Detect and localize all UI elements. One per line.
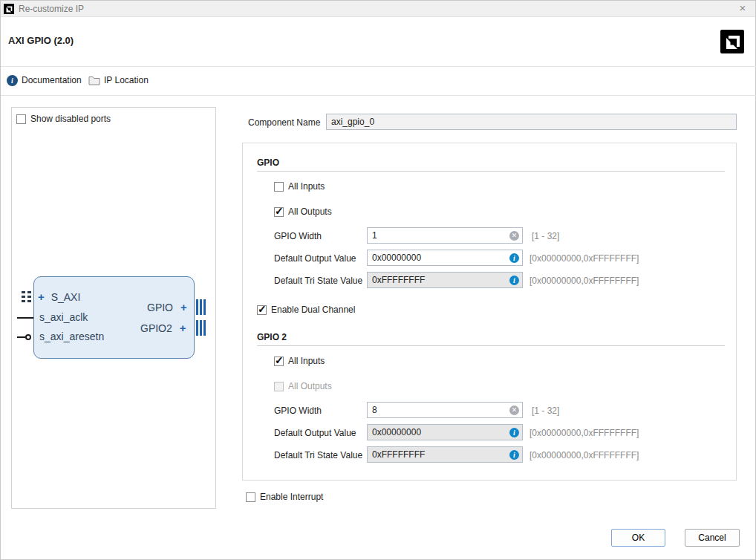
info-icon[interactable]: i (509, 276, 519, 285)
brand-logo (720, 30, 744, 56)
app-logo-icon (4, 4, 14, 14)
gpio2-default-output-label: Default Output Value (274, 428, 356, 438)
gpio2-default-tri-input[interactable] (368, 449, 509, 460)
gpio-width-field[interactable]: ✕ (367, 227, 523, 244)
ok-button[interactable]: OK (611, 529, 665, 547)
gpio-section-title: GPIO (257, 157, 279, 168)
checkbox-box[interactable] (16, 114, 26, 124)
checkbox-box (274, 382, 284, 391)
checkbox-label: Enable Dual Channel (271, 305, 355, 315)
clear-icon[interactable]: ✕ (509, 406, 519, 415)
expand-plus-icon[interactable]: + (180, 301, 187, 313)
gpio2-width-range: [1 - 32] (532, 406, 559, 416)
port-s-axi-aresetn: s_axi_aresetn (39, 331, 104, 342)
checkbox-label: Enable Interrupt (260, 492, 323, 502)
checkbox-label: All Outputs (288, 381, 332, 391)
gpio2-section-divider (257, 345, 725, 346)
gpio-width-input[interactable] (368, 230, 509, 241)
port-gpio[interactable]: GPIO + (147, 301, 187, 313)
port-gpio2[interactable]: GPIO2 + (140, 322, 186, 334)
header-divider (1, 66, 756, 67)
gpio-all-inputs-checkbox[interactable]: All Inputs (274, 181, 325, 192)
gpio2-default-tri-range: [0x00000000,0xFFFFFFFF] (529, 450, 639, 460)
checkbox-label: Show disabled ports (30, 114, 111, 124)
gpio2-default-output-range: [0x00000000,0xFFFFFFFF] (529, 428, 639, 438)
gpio2-default-output-input[interactable] (368, 427, 509, 437)
gpio2-width-field[interactable]: ✕ (367, 402, 523, 418)
documentation-button[interactable]: i Documentation (7, 73, 82, 88)
gpio-interface-pins-icon (196, 299, 206, 315)
component-name-field[interactable] (326, 114, 737, 130)
recustomize-ip-dialog: Re-customize IP × AXI GPIO (2.0) i Docum… (0, 0, 756, 560)
expand-plus-icon[interactable]: + (38, 290, 45, 303)
enable-dual-channel-checkbox[interactable]: Enable Dual Channel (257, 305, 355, 315)
gpio-width-range: [1 - 32] (532, 231, 559, 241)
info-icon[interactable]: i (509, 450, 519, 460)
documentation-label: Documentation (22, 75, 82, 85)
ip-location-label: IP Location (104, 75, 149, 85)
gpio2-default-tri-label: Default Tri State Value (274, 450, 362, 460)
port-s-axi[interactable]: + S_AXI (38, 290, 80, 303)
checkbox-box[interactable] (246, 492, 255, 502)
toolbar-divider (1, 95, 756, 96)
gpio-default-tri-field[interactable]: i (367, 272, 523, 288)
expand-plus-icon[interactable]: + (180, 322, 186, 334)
gpio2-interface-pins-icon (196, 320, 206, 336)
checkbox-box[interactable] (274, 182, 284, 192)
title-bar: Re-customize IP × (1, 1, 755, 17)
component-name-input[interactable] (327, 117, 736, 127)
folder-icon (88, 76, 100, 85)
port-label: GPIO2 (140, 322, 172, 334)
gpio2-section-title: GPIO 2 (257, 332, 287, 342)
gpio-default-tri-range: [0x00000000,0xFFFFFFFF] (529, 276, 639, 286)
port-label: GPIO (147, 302, 173, 313)
checkbox-label: All Inputs (288, 356, 325, 366)
reset-pin-circle-icon (25, 334, 31, 340)
page-title: AXI GPIO (2.0) (8, 35, 74, 46)
port-s-axi-aclk: s_axi_aclk (39, 311, 88, 323)
component-name-label: Component Name (248, 117, 320, 128)
s-axi-interface-stub-icon (22, 291, 31, 304)
info-icon[interactable]: i (509, 253, 519, 263)
gpio-default-output-field[interactable]: i (367, 250, 523, 266)
gpio2-all-outputs-checkbox[interactable]: All Outputs (274, 381, 332, 391)
checkbox-label: All Inputs (288, 181, 325, 192)
clear-icon[interactable]: ✕ (509, 231, 519, 241)
checkbox-label: All Outputs (288, 206, 332, 217)
checkbox-box[interactable] (257, 305, 267, 315)
port-label: S_AXI (51, 291, 81, 303)
window-title: Re-customize IP (19, 4, 84, 14)
gpio-width-label: GPIO Width (274, 231, 322, 241)
info-icon[interactable]: i (509, 428, 519, 437)
gpio-default-output-label: Default Output Value (274, 253, 356, 264)
gpio2-all-inputs-checkbox[interactable]: All Inputs (274, 356, 325, 366)
gpio2-width-input[interactable] (368, 405, 509, 415)
gpio-all-outputs-checkbox[interactable]: All Outputs (274, 206, 332, 217)
checkbox-box[interactable] (274, 207, 284, 217)
gpio-section-divider (257, 171, 725, 172)
gpio-default-output-input[interactable] (368, 253, 509, 263)
documentation-info-icon: i (7, 75, 18, 86)
checkbox-box[interactable] (274, 356, 284, 366)
gpio2-default-output-field[interactable]: i (367, 424, 523, 440)
ip-location-button[interactable]: IP Location (88, 73, 149, 88)
gpio-default-output-range: [0x00000000,0xFFFFFFFF] (529, 253, 639, 264)
gpio2-width-label: GPIO Width (274, 406, 322, 416)
gpio-default-tri-input[interactable] (368, 275, 509, 285)
close-icon[interactable]: × (736, 1, 749, 14)
gpio-default-tri-label: Default Tri State Value (274, 276, 362, 286)
clock-pin-stub-icon (17, 317, 33, 319)
cancel-button[interactable]: Cancel (685, 529, 740, 547)
gpio2-default-tri-field[interactable]: i (367, 446, 523, 463)
show-disabled-ports-checkbox[interactable]: Show disabled ports (16, 114, 111, 124)
enable-interrupt-checkbox[interactable]: Enable Interrupt (246, 492, 323, 502)
